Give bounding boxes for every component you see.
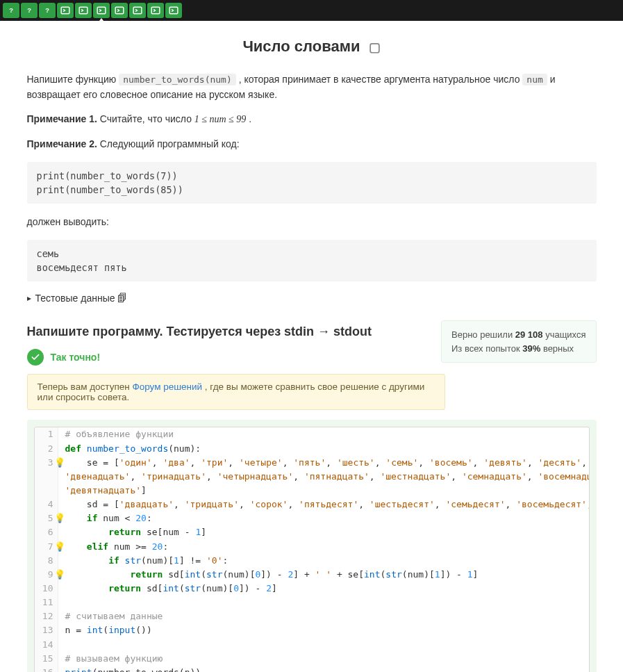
note1-label: Примечание 1. (27, 113, 97, 124)
gutter: 4 (35, 498, 58, 511)
nav-tab-terminal[interactable] (111, 3, 128, 18)
gutter: 2 (35, 442, 58, 456)
gutter: 16 (35, 666, 58, 672)
hint-bulb-icon[interactable]: 💡 (54, 568, 65, 582)
banner-pre: Теперь вам доступен (38, 382, 133, 392)
solution-wrap: 1# объявление функции2def number_to_word… (27, 420, 597, 672)
gutter: 14 (35, 638, 58, 652)
output-example-block: семь восемьдесят пять (27, 240, 597, 282)
note-2: Примечание 2. Следующий программный код: (27, 137, 597, 152)
nav-tab-terminal[interactable] (57, 3, 74, 18)
nav-tab-help[interactable]: ? (21, 3, 38, 18)
code-line[interactable] (58, 638, 589, 652)
stats-l1-pre: Верно решили (451, 329, 515, 340)
note2-label: Примечание 2. (27, 138, 97, 149)
gutter: 9💡 (35, 568, 58, 582)
code-line[interactable]: # вызываем функцию (58, 652, 589, 666)
forum-banner: Теперь вам доступен Форум решений , где … (27, 374, 445, 410)
nav-tab-help[interactable]: ? (39, 3, 56, 18)
cube-icon: ▢ (369, 40, 381, 54)
gutter: 1 (35, 427, 58, 441)
code-line[interactable]: if str(num)[1] != '0': (58, 554, 589, 568)
svg-text:?: ? (45, 7, 49, 14)
forum-link[interactable]: Форум решений (132, 382, 202, 392)
code-line[interactable]: # считываем данные (58, 609, 589, 623)
code-line[interactable]: def number_to_words(num): (58, 442, 589, 456)
note1-math: 1 ≤ num ≤ 99 (194, 114, 246, 124)
gutter (35, 484, 58, 498)
stats-l1-num: 29 108 (515, 329, 543, 340)
note1-tail: . (249, 113, 251, 124)
code-line[interactable]: # объявление функции (58, 427, 589, 441)
code-line[interactable]: elif num >= 20: (58, 540, 589, 554)
code-line[interactable]: sd = ['двадцать', 'тридцать', 'сорок', '… (58, 498, 590, 511)
check-circle-icon (27, 349, 44, 366)
stats-l2-pre: Из всех попыток (451, 343, 522, 354)
nav-tab-terminal[interactable] (93, 3, 110, 18)
hint-bulb-icon[interactable]: 💡 (54, 540, 65, 554)
gutter: 10 (35, 582, 58, 596)
code-line[interactable]: if num < 20: (58, 511, 589, 525)
arg-code: num (522, 74, 547, 85)
note2-text: Следующий программный код: (100, 138, 240, 149)
svg-text:?: ? (9, 7, 13, 14)
hint-bulb-icon[interactable]: 💡 (54, 511, 65, 525)
gutter: 13 (35, 623, 58, 637)
code-line[interactable]: se = ['один', 'два', 'три', 'четыре', 'п… (58, 456, 590, 470)
code-line[interactable]: 'девятнадцать'] (58, 484, 589, 498)
stats-l1-post: учащихся (543, 329, 586, 340)
gutter: 6 (35, 525, 58, 539)
gutter: 15 (35, 652, 58, 666)
test-data-toggle[interactable]: Тестовые данные 🗐 (27, 293, 597, 304)
test-data-label: Тестовые данные 🗐 (35, 293, 128, 304)
gutter: 5💡 (35, 511, 58, 525)
gutter: 8 (35, 554, 58, 568)
code-line[interactable] (58, 596, 589, 609)
title-text: Число словами (242, 38, 360, 55)
success-row: Так точно! (27, 349, 428, 366)
gutter: 11 (35, 596, 58, 609)
note1-text: Считайте, что число (100, 113, 194, 124)
code-line[interactable]: return se[num - 1] (58, 525, 589, 539)
stats-box: Верно решили 29 108 учащихся Из всех поп… (441, 320, 597, 363)
nav-tab-terminal[interactable] (147, 3, 164, 18)
hint-bulb-icon[interactable]: 💡 (54, 456, 65, 470)
nav-tab-help[interactable]: ? (3, 3, 19, 18)
intro-mid: , которая принимает в качестве аргумента… (239, 74, 523, 85)
fn-signature-code: number_to_words(num) (119, 74, 236, 85)
nav-tab-terminal[interactable] (129, 3, 146, 18)
code-line[interactable]: n = int(input()) (58, 623, 589, 637)
gutter: 7💡 (35, 540, 58, 554)
success-text: Так точно! (51, 352, 101, 363)
nav-tab-terminal[interactable] (75, 3, 92, 18)
svg-text:?: ? (27, 7, 31, 14)
page-title: Число словами ▢ (27, 38, 597, 56)
code-example-block: print(number_to_words(7)) print(number_t… (27, 162, 597, 204)
code-line[interactable]: return sd[int(str(num)[0]) - 2] + ' ' + … (58, 568, 589, 582)
intro-prefix: Напишите функцию (27, 74, 119, 85)
stats-l2-post: верных (540, 343, 574, 354)
code-line[interactable]: 'двенадцать', 'тринадцать', 'четырнадцат… (58, 470, 590, 484)
gutter (35, 470, 58, 484)
stats-l2-num: 39% (522, 343, 540, 354)
navbar: ??? (0, 0, 623, 21)
output-label: должен выводить: (27, 215, 597, 230)
note-1: Примечание 1. Считайте, что число 1 ≤ nu… (27, 112, 597, 127)
intro-paragraph: Напишите функцию number_to_words(num) , … (27, 72, 597, 102)
code-line[interactable]: print(number_to_words(n)) (58, 666, 589, 672)
gutter: 12 (35, 609, 58, 623)
code-line[interactable]: return sd[int(str(num)[0]) - 2] (58, 582, 589, 596)
nav-tab-terminal[interactable] (165, 3, 182, 18)
gutter: 3💡 (35, 456, 58, 470)
code-editor[interactable]: 1# объявление функции2def number_to_word… (34, 427, 590, 672)
